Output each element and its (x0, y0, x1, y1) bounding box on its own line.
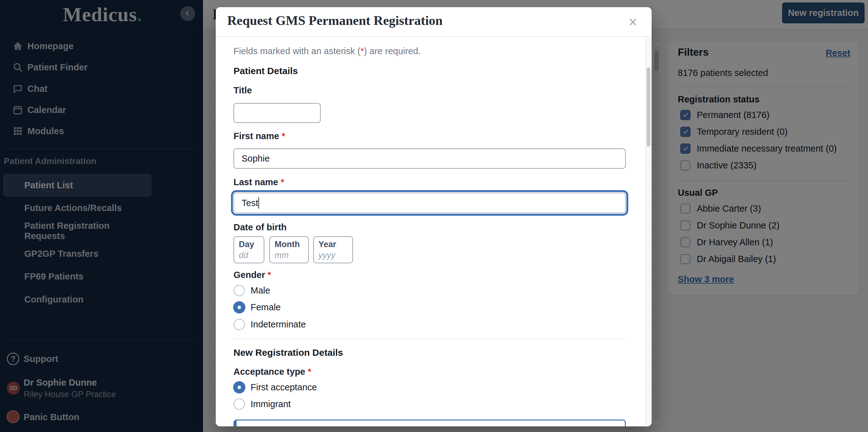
acceptance-type-label: Acceptance type * (234, 367, 311, 377)
modal-title: Request GMS Permanent Registration (227, 13, 443, 28)
title-label: Title (234, 85, 252, 96)
section-patient-details: Patient Details (234, 66, 298, 76)
section-new-registration-details: New Registration Details (234, 347, 343, 358)
dob-year-placeholder: yyyy (318, 251, 352, 260)
gender-option-male[interactable]: Male (234, 284, 270, 297)
modal-scrollbar-thumb[interactable] (647, 67, 650, 147)
info-box (234, 420, 626, 426)
dob-day-input[interactable]: Day dd (234, 236, 264, 263)
last-name-label: Last name * (234, 177, 284, 187)
title-input[interactable] (234, 103, 321, 123)
dob-month-placeholder: mm (275, 251, 308, 260)
asterisk: * (281, 177, 284, 187)
radio-unselected-icon (234, 319, 245, 330)
last-name-input[interactable]: Test (234, 193, 626, 213)
asterisk: * (361, 46, 364, 56)
dob-label: Date of birth (234, 222, 287, 233)
required-note: Fields marked with an asterisk (*) are r… (234, 46, 421, 56)
radio-selected-icon (234, 302, 245, 313)
gender-option-indeterminate[interactable]: Indeterminate (234, 318, 306, 331)
modal-scrollbar-track[interactable] (645, 37, 652, 426)
dob-day-placeholder: dd (239, 251, 264, 260)
first-name-input[interactable]: Sophie (234, 149, 626, 169)
dob-month-input[interactable]: Month mm (269, 236, 309, 263)
gms-registration-modal: Request GMS Permanent Registration Field… (216, 7, 652, 426)
modal-body: Fields marked with an asterisk (*) are r… (216, 37, 645, 426)
acceptance-option-immigrant[interactable]: Immigrant (234, 398, 291, 410)
radio-unselected-icon (234, 398, 245, 410)
text-cursor (258, 197, 259, 209)
gender-label: Gender * (234, 270, 271, 280)
dob-year-input[interactable]: Year yyyy (313, 236, 353, 263)
asterisk: * (268, 270, 271, 280)
acceptance-option-first-acceptance[interactable]: First acceptance (234, 381, 317, 393)
close-icon[interactable] (627, 17, 639, 28)
radio-unselected-icon (234, 285, 245, 296)
modal-divider (234, 339, 626, 339)
radio-selected-icon (234, 381, 245, 393)
first-name-label: First name * (234, 131, 285, 141)
asterisk: * (308, 367, 311, 377)
asterisk: * (282, 131, 285, 141)
gender-option-female[interactable]: Female (234, 301, 281, 313)
modal-header: Request GMS Permanent Registration (216, 7, 652, 37)
